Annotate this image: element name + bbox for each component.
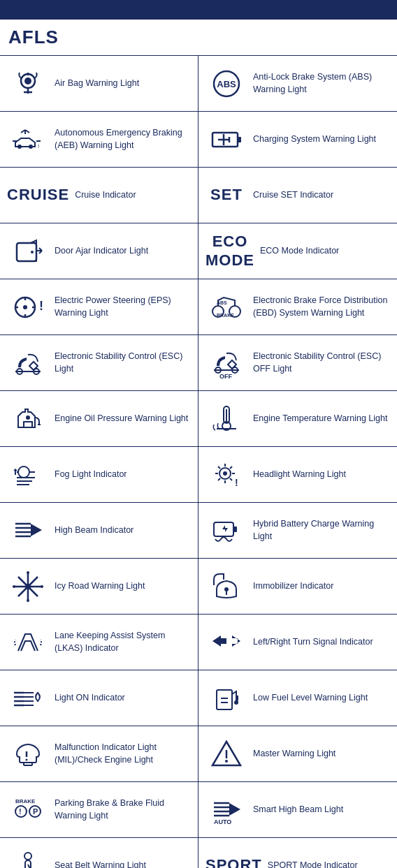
svg-point-72	[13, 585, 15, 588]
text-master: Master Warning Light	[253, 748, 335, 760]
svg-point-16	[31, 251, 34, 253]
cell-esc: Electronic Stability Control (ESC) Light	[0, 335, 198, 391]
cell-immobilizer: Immobilizer Indicator	[198, 559, 397, 615]
svg-point-42	[18, 466, 29, 478]
svg-text:AUTO: AUTO	[214, 818, 231, 825]
cell-smarthighbeam: AUTO Smart High Beam Light	[198, 782, 397, 838]
icon-icy	[7, 570, 49, 603]
cell-hybrid: Hybrid Battery Charge Warning Light	[198, 503, 397, 559]
cell-sport: SPORT SPORT Mode Indicator	[198, 838, 397, 868]
svg-text:!: !	[38, 143, 39, 149]
icon-lowfuel	[205, 682, 247, 715]
text-fog: Fog Light Indicator	[55, 469, 127, 481]
icon-parkingbrake: !PBRAKE	[7, 793, 49, 827]
cell-door-ajar: Door Ajar Indicator Light	[0, 223, 198, 279]
icon-seatbelt	[7, 849, 49, 869]
text-sport: SPORT Mode Indicator	[268, 860, 358, 868]
cell-ebd: ABSBRAKE Electronic Brake Force Distribu…	[198, 279, 397, 335]
cell-cruise-set: SET Cruise SET Indicator	[198, 168, 397, 223]
text-charging: Charging System Warning Light	[253, 133, 376, 146]
svg-point-97	[225, 760, 228, 763]
svg-point-21	[23, 305, 27, 309]
cell-aeb: ! Autonomous Emergency Braking (AEB) War…	[0, 112, 198, 168]
svg-text:ABS: ABS	[217, 300, 227, 305]
cell-mil: Malfunction Indicator Light (MIL)/Check …	[0, 726, 198, 782]
cell-engine-oil: Engine Oil Pressure Warning Light	[0, 391, 198, 447]
svg-rect-86	[217, 690, 232, 709]
text-esc-off: Electronic Stability Control (ESC) OFF L…	[253, 351, 390, 375]
icon-hybrid	[205, 514, 247, 547]
icon-sport: SPORT	[205, 856, 262, 868]
svg-point-88	[234, 700, 238, 705]
svg-text:BRAKE: BRAKE	[15, 798, 36, 804]
svg-point-49	[223, 471, 227, 476]
text-aeb: Autonomous Emergency Braking (AEB) Warni…	[55, 127, 191, 152]
cell-esc-off: OFF Electronic Stability Control (ESC) O…	[198, 335, 397, 391]
text-ebd: Electronic Brake Force Distribution (EBD…	[253, 295, 390, 319]
text-lowfuel: Low Fuel Level Warning Light	[253, 692, 368, 705]
text-esc: Electronic Stability Control (ESC) Light	[55, 351, 191, 375]
svg-marker-76	[212, 635, 226, 647]
text-eco-mode: ECO Mode Indicator	[260, 245, 339, 258]
cell-headlight: ! Headlight Warning Light	[198, 447, 397, 503]
text-cruise-set: Cruise SET Indicator	[253, 189, 333, 202]
afls-label: AFLS	[8, 27, 59, 48]
text-door-ajar: Door Ajar Indicator Light	[55, 245, 148, 258]
icon-cruise-set: SET	[205, 186, 247, 204]
cell-master: Master Warning Light	[198, 726, 397, 782]
cell-lkas: Lane Keeping Assist System (LKAS) Indica…	[0, 615, 198, 670]
text-engine-oil: Engine Oil Pressure Warning Light	[55, 413, 188, 425]
icon-ebd: ABSBRAKE	[205, 290, 247, 324]
icon-engine-temp	[205, 402, 247, 436]
svg-point-1	[24, 78, 31, 84]
icon-immobilizer	[205, 570, 247, 603]
svg-text:!: !	[235, 477, 238, 488]
cell-engine-temp: Engine Temperature Warning Light	[198, 391, 397, 447]
svg-point-7	[17, 145, 22, 149]
text-turnsignal: Left/Right Turn Signal Indicator	[253, 636, 373, 649]
cell-lowfuel: Low Fuel Level Warning Light	[198, 670, 397, 726]
svg-line-54	[218, 466, 220, 469]
icon-aeb: !	[7, 123, 49, 156]
cell-seatbelt: Seat Belt Warning Light	[0, 838, 198, 868]
text-highbeam: High Beam Indicator	[55, 524, 133, 537]
icon-eco-mode: ECOMODE	[205, 233, 254, 270]
text-hybrid: Hybrid Battery Charge Warning Light	[253, 518, 390, 543]
svg-line-56	[230, 466, 232, 469]
cell-highbeam: High Beam Indicator	[0, 503, 198, 559]
icon-fog	[7, 458, 49, 492]
icon-mil	[7, 737, 49, 771]
svg-rect-11	[238, 137, 241, 142]
text-abs: Anti-Lock Brake System (ABS) Warning Lig…	[253, 71, 390, 96]
symbol-grid: Air Bag Warning Light ABS Anti-Lock Brak…	[0, 56, 397, 868]
icon-headlight: !	[205, 458, 247, 492]
text-engine-temp: Engine Temperature Warning Light	[253, 413, 387, 425]
icon-air-bag	[7, 67, 49, 101]
text-mil: Malfunction Indicator Light (MIL)/Check …	[55, 742, 191, 766]
cell-abs: ABS Anti-Lock Brake System (ABS) Warning…	[198, 56, 397, 112]
icon-lkas	[7, 626, 49, 659]
text-immobilizer: Immobilizer Indicator	[253, 580, 333, 593]
cell-air-bag: Air Bag Warning Light	[0, 56, 198, 112]
icon-cruise: CRUISE	[7, 186, 69, 204]
svg-text:!: !	[39, 299, 43, 313]
icon-esc-off: OFF	[205, 346, 247, 380]
svg-line-55	[230, 478, 232, 480]
text-eps: Electric Power Steering (EPS) Warning Li…	[55, 295, 191, 319]
text-icy: Icy Road Warning Light	[55, 580, 145, 593]
cell-fog: Fog Light Indicator	[0, 447, 198, 503]
svg-point-73	[41, 585, 43, 588]
cell-turnsignal: Left/Right Turn Signal Indicator	[198, 615, 397, 670]
cell-charging: Charging System Warning Light	[198, 112, 397, 168]
cell-eps: ! Electric Power Steering (EPS) Warning …	[0, 279, 198, 335]
icon-highbeam	[7, 514, 49, 547]
svg-rect-64	[233, 527, 237, 532]
icon-smarthighbeam: AUTO	[205, 793, 247, 827]
text-lkas: Lane Keeping Assist System (LKAS) Indica…	[55, 630, 191, 654]
cell-cruise: CRUISE Cruise Indicator	[0, 168, 198, 223]
svg-point-95	[26, 758, 28, 760]
svg-point-4	[27, 73, 29, 75]
svg-text:!: !	[19, 807, 22, 816]
cell-eco-mode: ECOMODE ECO Mode Indicator	[198, 223, 397, 279]
text-headlight: Headlight Warning Light	[253, 469, 346, 481]
